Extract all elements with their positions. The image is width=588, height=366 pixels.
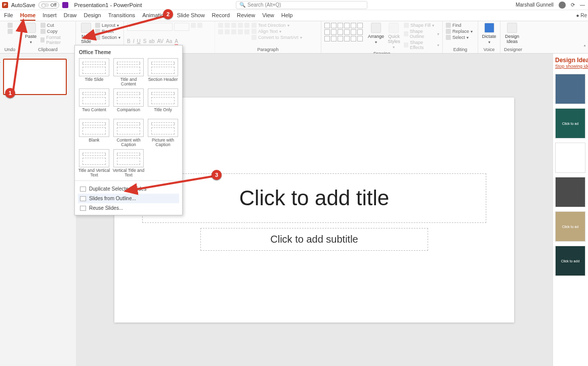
quick-styles-button[interactable]: Quick Styles▾ [386,23,402,50]
columns-icon[interactable] [244,29,249,34]
outline-icon [80,196,86,201]
find-icon [446,23,451,28]
layout-thumb [113,88,144,107]
tab-design[interactable]: Design [83,12,101,21]
layout-label: Content with Caption [112,138,145,147]
design-card[interactable] [555,177,585,207]
justify-icon[interactable] [238,29,243,34]
font-color-button[interactable]: A [175,38,178,45]
reuse-icon [80,206,86,211]
tab-help[interactable]: Help [281,12,293,21]
text-direction-button[interactable]: Text Direction▾ [251,23,302,28]
layout-option[interactable]: Blank [78,119,110,147]
layout-option[interactable]: Comparison [112,88,145,117]
undo-icon[interactable] [8,23,13,28]
tab-view[interactable]: View [262,12,274,21]
duplicate-slides-action[interactable]: Duplicate Selected Slides [78,184,179,194]
strike-button[interactable]: S [143,38,147,45]
layout-button[interactable]: Layout▾ [95,23,120,28]
avatar[interactable] [559,2,566,9]
shapes-gallery[interactable] [324,23,366,41]
section-button[interactable]: Section▾ [95,35,120,40]
tab-file[interactable]: File [4,12,13,21]
underline-button[interactable]: U [137,38,140,45]
cut-button[interactable]: Cut [40,23,72,28]
increase-font-icon[interactable] [191,23,196,28]
indent-dec-icon[interactable] [231,23,236,28]
align-text-button[interactable]: Align Text▾ [251,29,302,34]
save-icon[interactable] [62,2,68,8]
shadow-button[interactable]: ab [149,38,154,45]
design-card[interactable]: Click to ad [555,211,585,242]
layout-option[interactable]: Two Content [78,88,110,117]
sync-icon[interactable]: ⟳ [571,2,575,8]
convert-smartart-button[interactable]: Convert to SmartArt▾ [251,35,302,40]
design-ideas-button[interactable]: Design Ideas [503,23,521,44]
arrange-button[interactable]: Arrange▾ [368,23,384,44]
tab-record[interactable]: Record [212,12,230,21]
align-center-icon[interactable] [225,29,230,34]
annotation-bubble-1: 1 [5,88,15,98]
thumbnail-pane[interactable]: 1 [0,54,76,366]
bold-button[interactable]: B [127,38,131,45]
font-size-select[interactable] [174,23,189,31]
italic-button[interactable]: I [133,38,135,45]
shape-effects-button[interactable]: Shape Effects▾ [404,40,439,50]
tab-review[interactable]: Review [237,12,255,21]
paste-icon [26,23,36,33]
layout-option[interactable]: Vertical Title and Text [112,149,145,177]
new-slide-icon [81,23,91,33]
reuse-slides-action[interactable]: Reuse Slides... [78,203,179,213]
numbering-icon[interactable] [225,23,230,28]
layout-option[interactable]: Title Only [147,88,179,117]
decrease-font-icon[interactable] [197,23,202,28]
align-left-icon[interactable] [218,29,223,34]
window-min-icon[interactable]: — [580,2,585,8]
design-card[interactable]: Click to ad [555,108,585,139]
reopen-label[interactable]: ● Re [576,13,587,18]
tab-draw[interactable]: Draw [64,12,77,21]
tab-insert[interactable]: Insert [43,12,57,21]
redo-icon[interactable] [8,29,13,34]
case-button[interactable]: Aa [166,38,172,45]
tab-transitions[interactable]: Transitions [108,12,135,21]
layout-option[interactable]: Content with Caption [112,119,145,147]
design-card[interactable] [555,74,585,104]
shape-fill-button[interactable]: Shape Fill▾ [404,23,439,28]
spacing-button[interactable]: AV [157,38,163,45]
design-card[interactable] [555,143,585,173]
layout-option[interactable]: Picture with Caption [147,119,179,147]
slides-from-outline-action[interactable]: Slides from Outline... [78,194,179,203]
dictate-button[interactable]: Dictate▾ [481,23,497,44]
stop-showing-link[interactable]: Stop showing ideas f [555,64,586,69]
bullets-icon[interactable] [218,23,223,28]
layout-option[interactable]: Section Header [147,58,179,86]
tab-home[interactable]: Home [20,12,36,21]
font-family-select[interactable] [127,23,173,31]
format-painter-button[interactable]: Format Painter [40,35,72,45]
shape-outline-button[interactable]: Shape Outline▾ [404,29,439,39]
layout-option[interactable]: Title Slide [78,58,110,86]
collapse-ribbon-icon[interactable]: ˄ [583,44,586,50]
select-button[interactable]: Select▾ [446,35,473,40]
layout-option[interactable]: Title and Vertical Text [78,149,110,177]
line-spacing-icon[interactable] [244,23,249,28]
align-right-icon[interactable] [231,29,236,34]
group-designer: Designer [503,46,523,53]
indent-inc-icon[interactable] [238,23,243,28]
layout-option[interactable]: Title and Content [112,58,145,86]
copy-button[interactable]: Copy [40,29,72,34]
search-input[interactable]: 🔍 Search (Alt+Q) [236,1,367,9]
autosave-toggle[interactable]: Off [38,2,59,9]
tab-slideshow[interactable]: Slide Show [177,12,205,21]
replace-icon [446,29,451,34]
paste-button[interactable]: Paste▾ [23,23,38,44]
user-name[interactable]: Marshall Gunnell [516,2,554,8]
design-card[interactable]: Click to add [555,246,585,276]
reset-button[interactable]: Reset [95,29,120,34]
find-button[interactable]: Find [446,23,473,28]
replace-button[interactable]: Replace▾ [446,29,473,34]
title-placeholder[interactable]: Click to add title [142,173,486,223]
layout-label: Vertical Title and Text [112,168,145,177]
subtitle-placeholder[interactable]: Click to add subtitle [200,228,428,251]
